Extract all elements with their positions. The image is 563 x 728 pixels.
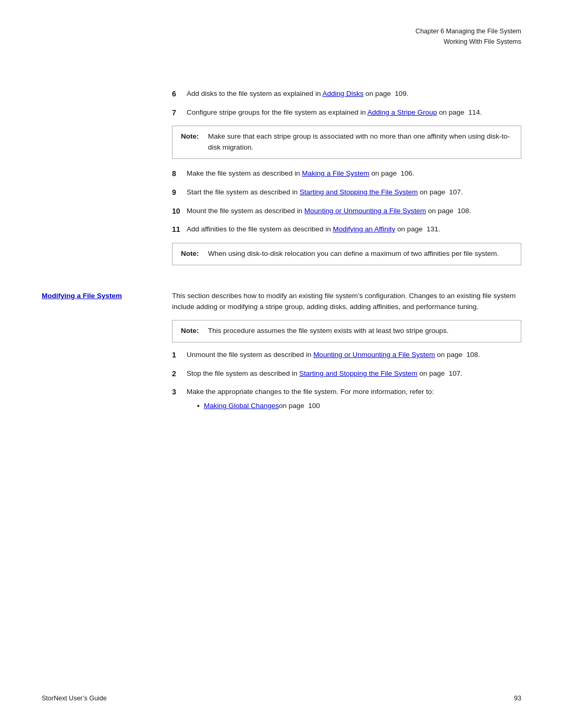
modifying-affinity-link[interactable]: Modifying an Affinity [333,225,395,233]
footer-right: 93 [514,695,521,702]
note-label-1: Note: [181,131,208,153]
step-2-content: Stop the file system as described in Sta… [187,368,521,380]
note-label-2: Note: [181,249,208,260]
item-11-content: Add affinities to the file system as des… [187,224,521,236]
header-line1: Chapter 6 Managing the File System [415,26,521,36]
bullet-item-1: Making Global Changes on page 100 [197,401,521,412]
note-label-3: Note: [181,326,208,337]
note-text-1: Make sure that each stripe group is asso… [208,131,512,153]
header-line2: Working With File Systems [415,36,521,47]
content-area: 6 Add disks to the file system as explai… [0,89,563,422]
list-item-8: 8 Make the file system as described in M… [172,168,521,180]
list-item-11: 11 Add affinities to the file system as … [172,224,521,236]
step-3-number: 3 [172,387,187,414]
step-1-content: Unmount the file system as described in … [187,350,521,361]
starting-stopping-link[interactable]: Starting and Stopping the File System [300,188,418,196]
step-2-number: 2 [172,368,187,380]
item-8-number: 8 [172,168,187,180]
item-7-content: Configure stripe groups for the file sys… [187,107,521,119]
step1-mounting-link[interactable]: Mounting or Unmounting a File System [313,351,435,359]
item-10-content: Mount the file system as described in Mo… [187,206,521,217]
item-8-content: Make the file system as described in Mak… [187,168,521,180]
item-7-number: 7 [172,107,187,119]
step2-starting-stopping-link[interactable]: Starting and Stopping the File System [299,369,418,377]
page-container: Chapter 6 Managing the File System Worki… [0,0,563,728]
page-header: Chapter 6 Managing the File System Worki… [415,26,521,47]
item-11-number: 11 [172,224,187,236]
mounting-unmounting-link[interactable]: Mounting or Unmounting a File System [304,207,426,215]
item-6-section: 6 Add disks to the file system as explai… [172,89,521,275]
step-1: 1 Unmount the file system as described i… [172,350,521,361]
item-6-number: 6 [172,89,187,100]
modifying-main: This section describes how to modify an … [172,290,521,422]
footer-left: StorNext User’s Guide [42,695,107,702]
making-global-changes-link[interactable]: Making Global Changes [204,401,279,412]
list-item-6: 6 Add disks to the file system as explai… [172,89,521,100]
section-gap [42,275,521,285]
adding-disks-link[interactable]: Adding Disks [322,90,363,97]
item-9-number: 9 [172,187,187,199]
modifying-sidebar: Modifying a File System [42,290,172,422]
modifying-section: Modifying a File System This section des… [42,290,521,422]
modifying-intro-text: This section describes how to modify an … [172,290,521,313]
step-3-content: Make the appropriate changes to the file… [187,387,521,414]
modifying-sidebar-label: Modifying a File System [42,292,122,300]
note-box-3: Note: This procedure assumes the file sy… [172,320,521,342]
item-9-content: Start the file system as described in St… [187,187,521,199]
adding-stripe-group-link[interactable]: Adding a Stripe Group [368,108,437,116]
step-3: 3 Make the appropriate changes to the fi… [172,387,521,414]
note-box-1: Note: Make sure that each stripe group i… [172,126,521,159]
item-10-number: 10 [172,206,187,217]
step-2: 2 Stop the file system as described in S… [172,368,521,380]
page-footer: StorNext User’s Guide 93 [42,695,521,702]
list-item-10: 10 Mount the file system as described in… [172,206,521,217]
note-text-3: This procedure assumes the file system e… [208,326,512,337]
step-1-number: 1 [172,350,187,361]
list-item-9: 9 Start the file system as described in … [172,187,521,199]
list-item-7: 7 Configure stripe groups for the file s… [172,107,521,119]
making-file-system-link[interactable]: Making a File System [302,169,369,177]
item-6-content: Add disks to the file system as explaine… [187,89,521,100]
note-text-2: When using disk-to-disk relocation you c… [208,249,512,260]
bullet-list: Making Global Changes on page 100 [187,401,521,412]
note-box-2: Note: When using disk-to-disk relocation… [172,243,521,265]
